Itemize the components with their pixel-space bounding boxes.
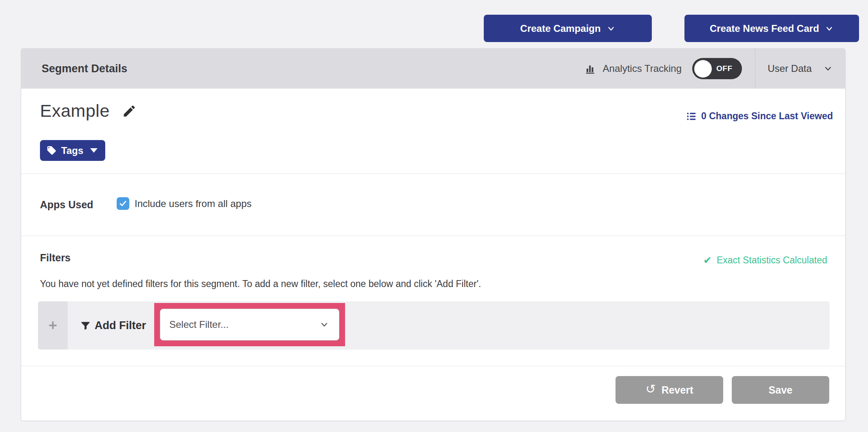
segment-name: Example [40, 101, 110, 121]
add-filter-label: Add Filter [95, 319, 146, 332]
section-divider [21, 236, 845, 236]
toggle-state-label: OFF [716, 64, 733, 73]
save-button-label: Save [768, 384, 792, 396]
section-divider [21, 174, 845, 174]
chevron-down-icon [825, 24, 834, 33]
segment-details-screen: Create Campaign Create News Feed Card Se… [0, 0, 868, 432]
caret-down-icon [90, 148, 97, 153]
analytics-tracking-toggle[interactable]: OFF [692, 58, 742, 79]
segment-details-card: Segment Details Analytics Tracking OFF [21, 48, 846, 421]
list-icon [686, 111, 697, 122]
chevron-down-icon [319, 320, 329, 330]
top-action-bar: Create Campaign Create News Feed Card [484, 15, 859, 42]
filters-heading: Filters [40, 252, 71, 264]
tags-button[interactable]: Tags [40, 140, 105, 161]
analytics-tracking-group: Analytics Tracking [585, 62, 682, 75]
card-header: Segment Details Analytics Tracking OFF [21, 49, 845, 89]
create-campaign-button[interactable]: Create Campaign [484, 15, 652, 42]
chevron-down-icon [823, 64, 833, 73]
edit-pencil-icon[interactable] [122, 104, 137, 118]
apps-used-label: Apps Used [40, 199, 93, 211]
include-all-apps-label: Include users from all apps [135, 198, 252, 209]
add-row-button[interactable]: + [38, 301, 68, 350]
add-filter-action[interactable]: Add Filter [80, 301, 146, 350]
filters-empty-message: You have not yet defined filters for thi… [40, 278, 481, 289]
changes-link-label: 0 Changes Since Last Viewed [701, 111, 833, 122]
bar-chart-icon [585, 62, 597, 75]
highlight-annotation-box: Select Filter... [154, 303, 345, 346]
tags-button-label: Tags [61, 145, 83, 156]
create-campaign-label: Create Campaign [520, 23, 600, 34]
select-filter-dropdown[interactable]: Select Filter... [160, 309, 339, 341]
exact-statistics-status: ✔ Exact Statistics Calculated [703, 255, 827, 266]
select-filter-placeholder: Select Filter... [169, 319, 228, 330]
save-button[interactable]: Save [732, 376, 829, 404]
plus-icon: + [49, 317, 57, 334]
include-all-apps-checkbox[interactable]: Include users from all apps [117, 197, 252, 210]
add-filter-row: + Add Filter Select Filter... [38, 301, 830, 350]
exact-statistics-label: Exact Statistics Calculated [717, 255, 827, 266]
revert-icon: ↺ [646, 383, 656, 395]
user-data-dropdown[interactable]: User Data [755, 49, 845, 89]
analytics-tracking-label: Analytics Tracking [603, 63, 682, 74]
page-title: Segment Details [42, 62, 127, 75]
filter-funnel-icon [80, 320, 91, 331]
check-icon: ✔ [703, 255, 712, 265]
toggle-knob [694, 60, 712, 78]
tag-icon [46, 145, 57, 156]
revert-button[interactable]: ↺ Revert [616, 376, 723, 404]
segment-name-row: Example [40, 101, 137, 121]
chevron-down-icon [607, 24, 616, 33]
create-news-feed-card-button[interactable]: Create News Feed Card [684, 15, 859, 42]
user-data-label: User Data [768, 63, 812, 74]
section-divider [21, 366, 845, 366]
card-header-right: Analytics Tracking OFF User Data [585, 49, 845, 89]
checkbox-checked-icon[interactable] [117, 197, 129, 210]
changes-since-last-viewed-link[interactable]: 0 Changes Since Last Viewed [686, 111, 833, 122]
create-news-feed-card-label: Create News Feed Card [710, 23, 819, 34]
revert-button-label: Revert [662, 384, 693, 396]
